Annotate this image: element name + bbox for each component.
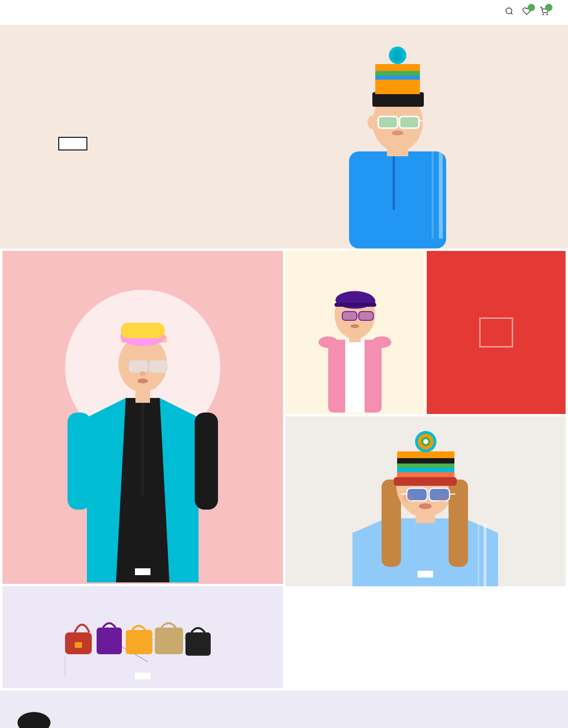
- svg-point-94: [402, 494, 414, 502]
- deal-person-illustration: [2, 710, 66, 728]
- navigation: [0, 0, 568, 25]
- wishlist-button[interactable]: [522, 7, 531, 18]
- svg-rect-60: [342, 312, 357, 320]
- svg-rect-6: [432, 151, 434, 239]
- svg-rect-7: [393, 151, 395, 210]
- mens-collection-label: [135, 568, 150, 575]
- svg-point-95: [436, 494, 448, 502]
- svg-point-2: [543, 14, 544, 15]
- svg-rect-48: [155, 628, 183, 654]
- womens-collection-item[interactable]: [285, 251, 424, 414]
- svg-rect-81: [394, 477, 457, 486]
- svg-rect-59: [334, 303, 376, 307]
- svg-rect-5: [439, 151, 443, 239]
- svg-point-25: [368, 116, 377, 129]
- svg-rect-76: [397, 451, 454, 458]
- svg-rect-19: [375, 64, 420, 71]
- svg-point-65: [318, 336, 338, 348]
- svg-rect-28: [141, 398, 144, 495]
- deal-section: [0, 691, 568, 728]
- svg-rect-69: [484, 523, 486, 586]
- sale-border: [479, 317, 513, 347]
- new-collection-label: [418, 571, 433, 578]
- svg-rect-78: [397, 463, 454, 468]
- wishlist-badge: [528, 4, 535, 11]
- new-collection-item[interactable]: [285, 416, 566, 586]
- hero-section: [0, 25, 568, 248]
- svg-rect-10: [378, 116, 398, 128]
- svg-rect-44: [75, 642, 82, 648]
- svg-rect-34: [130, 361, 147, 372]
- svg-rect-74: [449, 480, 468, 567]
- women-figure: [301, 252, 408, 413]
- svg-point-42: [137, 379, 148, 383]
- hero-person-illustration: [262, 25, 534, 248]
- svg-point-3: [547, 14, 548, 15]
- hero-pagination: [58, 232, 78, 234]
- svg-rect-41: [195, 413, 218, 510]
- accessories-figure: [50, 589, 235, 686]
- svg-rect-20: [375, 71, 420, 76]
- svg-rect-33: [121, 323, 165, 338]
- svg-rect-35: [150, 361, 167, 372]
- svg-point-0: [506, 8, 512, 14]
- svg-rect-77: [397, 458, 454, 463]
- deal-person-left: [0, 691, 68, 728]
- svg-rect-79: [397, 468, 454, 472]
- womens-collection-label: [347, 398, 363, 405]
- search-icon: [505, 7, 514, 16]
- svg-rect-40: [67, 413, 91, 510]
- mens-collection-item[interactable]: [2, 251, 283, 584]
- svg-rect-21: [375, 76, 420, 80]
- svg-point-24: [392, 131, 403, 135]
- nav-icons: [505, 7, 549, 18]
- right-top-row: [285, 251, 566, 414]
- svg-rect-17: [372, 92, 424, 107]
- cart-badge: [545, 4, 552, 11]
- svg-point-66: [372, 336, 391, 348]
- svg-line-1: [511, 13, 512, 14]
- collection-grid: [0, 248, 568, 691]
- cart-button[interactable]: [540, 7, 549, 18]
- svg-rect-45: [97, 628, 122, 654]
- svg-point-39: [140, 371, 146, 376]
- hero-content: [58, 123, 87, 150]
- svg-rect-70: [478, 523, 479, 586]
- svg-point-85: [423, 439, 428, 444]
- shop-now-button[interactable]: [58, 137, 87, 150]
- men-figure: [58, 252, 228, 582]
- svg-point-67: [351, 324, 359, 328]
- right-column: [285, 251, 566, 688]
- svg-point-98: [17, 712, 50, 728]
- sale-item[interactable]: [427, 251, 566, 414]
- accessories-collection-item[interactable]: [2, 586, 283, 688]
- new-collection-figure: [314, 416, 537, 586]
- accessories-collection-label: [135, 673, 150, 679]
- left-column: [2, 251, 283, 688]
- svg-rect-61: [359, 312, 373, 320]
- svg-rect-50: [185, 632, 211, 656]
- svg-point-93: [419, 503, 432, 509]
- svg-point-23: [392, 50, 403, 61]
- hero-image: [227, 25, 568, 248]
- search-button[interactable]: [505, 7, 514, 18]
- svg-rect-47: [126, 630, 152, 654]
- svg-rect-11: [400, 116, 419, 128]
